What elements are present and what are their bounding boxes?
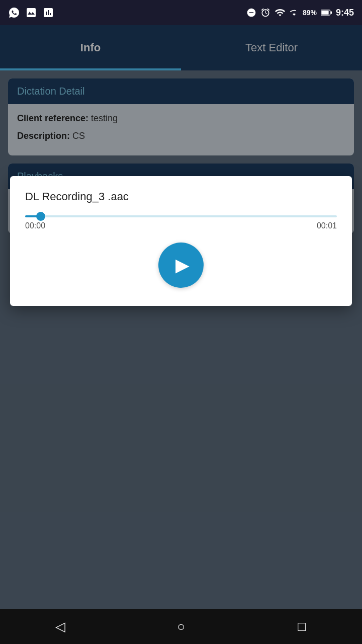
nav-recent-button[interactable]: □ <box>289 614 314 639</box>
battery-level: 89% <box>303 9 317 17</box>
nav-back-icon: ◁ <box>55 619 65 634</box>
status-time: 9:45 <box>336 8 354 18</box>
status-icons-right: 89% 9:45 <box>246 7 354 18</box>
bottom-nav: ◁ ○ □ <box>0 609 362 644</box>
whatsapp-icon <box>8 7 20 19</box>
status-icons-left <box>8 7 54 19</box>
nav-recent-icon: □ <box>298 619 306 634</box>
player-progress-track <box>25 215 337 217</box>
player-current-time: 00:00 <box>25 221 45 230</box>
svg-rect-1 <box>321 11 328 15</box>
battery-icon <box>321 9 332 16</box>
player-title: DL Recording_3 .aac <box>25 190 337 203</box>
svg-rect-2 <box>330 11 332 14</box>
alarm-icon <box>260 8 270 18</box>
analytics-icon <box>42 7 54 19</box>
wifi-icon <box>275 7 286 18</box>
player-time-row: 00:00 00:01 <box>25 221 337 230</box>
nav-home-button[interactable]: ○ <box>168 614 194 639</box>
play-icon: ▶ <box>175 255 190 276</box>
modal-overlay: DL Recording_3 .aac 00:00 00:01 ▶ <box>0 0 362 644</box>
signal-icon <box>290 8 299 17</box>
play-button[interactable]: ▶ <box>158 243 204 288</box>
nav-home-icon: ○ <box>177 619 185 634</box>
status-bar: 89% 9:45 <box>0 0 362 25</box>
player-controls: ▶ <box>25 243 337 288</box>
dnd-icon <box>246 8 256 18</box>
nav-back-button[interactable]: ◁ <box>48 614 73 639</box>
player-total-time: 00:01 <box>317 221 337 230</box>
player-progress-thumb <box>36 212 45 221</box>
player-progress-container[interactable] <box>25 215 337 217</box>
player-modal: DL Recording_3 .aac 00:00 00:01 ▶ <box>10 176 352 306</box>
gallery-icon <box>25 7 37 19</box>
